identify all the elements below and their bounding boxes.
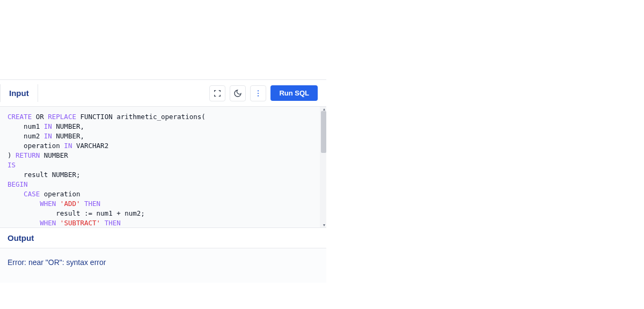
moon-icon <box>233 89 242 98</box>
scroll-down-arrow[interactable]: ▾ <box>323 223 325 227</box>
scrollbar-thumb[interactable] <box>321 111 326 153</box>
svg-point-2 <box>258 95 259 96</box>
input-tab[interactable]: Input <box>0 84 38 102</box>
output-message: Error: near "OR": syntax error <box>0 248 326 283</box>
code-editor[interactable]: CREATE OR REPLACE FUNCTION arithmetic_op… <box>0 107 326 227</box>
more-button[interactable] <box>250 85 266 101</box>
svg-point-0 <box>258 90 259 91</box>
more-vertical-icon <box>254 89 262 98</box>
editor-header: Input Run SQL <box>0 79 326 107</box>
output-header: Output <box>0 227 326 248</box>
fullscreen-icon <box>213 89 222 98</box>
run-sql-button[interactable]: Run SQL <box>270 85 318 101</box>
fullscreen-button[interactable] <box>209 85 225 101</box>
theme-button[interactable] <box>230 85 246 101</box>
scrollbar-track[interactable]: ▴ ▾ <box>320 107 326 227</box>
svg-point-1 <box>258 92 259 93</box>
